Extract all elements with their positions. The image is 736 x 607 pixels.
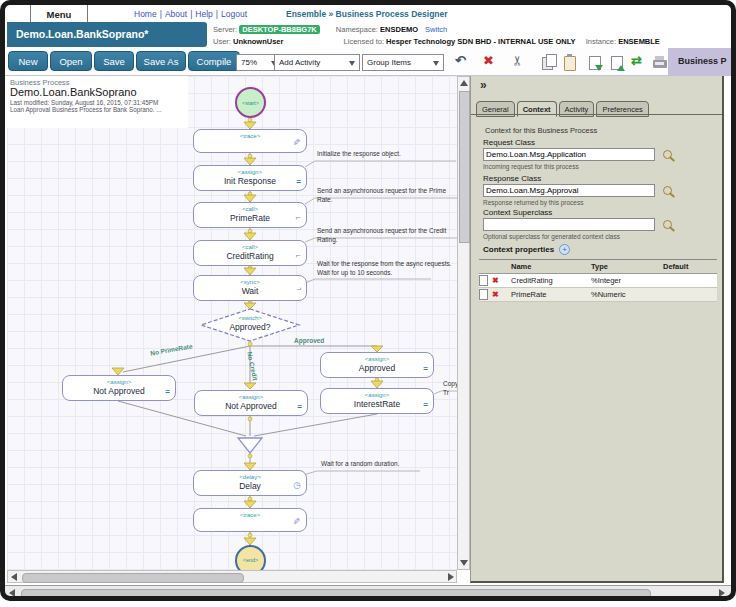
pencil-icon: ✎: [291, 517, 301, 525]
delete-property-icon[interactable]: ✖: [492, 290, 499, 299]
activity-name: Approved: [321, 363, 433, 374]
open-button[interactable]: Open: [50, 51, 92, 71]
h-scrollbar-thumb[interactable]: [22, 573, 244, 583]
link-separator: |: [160, 9, 162, 19]
save-as-button[interactable]: Save As: [136, 51, 186, 71]
scroll-up-icon[interactable]: [460, 80, 468, 86]
property-name: CreditRating: [511, 276, 591, 285]
activity-creditrating[interactable]: <call> CreditRating ⌐: [193, 240, 307, 266]
canvas-horizontal-scrollbar[interactable]: [7, 570, 457, 583]
delete-property-icon[interactable]: ✖: [492, 276, 499, 285]
response-class-lookup-icon[interactable]: [663, 186, 672, 195]
branch-label-approved: Approved: [294, 337, 324, 344]
property-name: PrimeRate: [511, 290, 591, 299]
collapse-panel-icon[interactable]: »: [480, 78, 487, 92]
toolbar: New Open Save Save As Compile 75% Add Ac…: [5, 48, 731, 76]
diagram-canvas[interactable]: Business Process Demo.Loan.BankSoprano L…: [7, 76, 457, 570]
activity-primerate[interactable]: <call> PrimeRate ⌐: [193, 202, 307, 228]
print-icon[interactable]: [653, 60, 667, 68]
page-scrollbar-thumb[interactable]: [21, 589, 651, 599]
menu-tab[interactable]: Menu: [30, 4, 88, 22]
activity-name: PrimeRate: [194, 213, 306, 224]
activity-tag: <call>: [194, 243, 306, 251]
property-type: %Numeric: [591, 290, 663, 299]
annotation-credit: Send an asynchronous request for the Cre…: [317, 227, 457, 244]
user-info-row: User: UnknownUser Licensed to: Hesper Te…: [213, 37, 660, 46]
scroll-left-icon[interactable]: [11, 573, 17, 581]
activity-init-response[interactable]: <assign> Init Response =: [193, 165, 307, 191]
link-about[interactable]: About: [165, 9, 187, 19]
scroll-down-icon[interactable]: [460, 560, 468, 566]
annotation-init: Initialize the response object.: [317, 150, 401, 159]
activity-name: Not Approved: [63, 386, 175, 397]
activity-tag: <switch>: [210, 315, 290, 321]
tab-business-process[interactable]: Business P: [668, 48, 731, 76]
pencil-icon: ✎: [291, 138, 301, 146]
table-row[interactable]: ✖ PrimeRate %Numeric: [479, 288, 717, 302]
header-default: Default: [663, 262, 717, 271]
add-property-icon[interactable]: +: [559, 244, 570, 255]
paste-icon[interactable]: [564, 56, 576, 71]
call-icon: ⌐: [296, 212, 301, 222]
table-row[interactable]: ✖ CreditRating %Integer: [479, 274, 717, 288]
context-superclass-lookup-icon[interactable]: [663, 220, 672, 229]
response-class-input[interactable]: [483, 184, 655, 197]
app-window: Menu Home|About|Help|Logout Ensemble » B…: [0, 0, 736, 607]
assign-icon: =: [297, 402, 302, 411]
activity-interestrate[interactable]: <assign> InterestRate =: [320, 388, 434, 414]
activity-wait[interactable]: <sync> Wait ⌐: [193, 275, 307, 301]
property-doc-icon[interactable]: [479, 275, 488, 286]
inspector-panel: » GeneralContextActivityPreferences Cont…: [470, 76, 724, 583]
activity-end[interactable]: <end>: [235, 545, 266, 570]
link-logout[interactable]: Logout: [221, 9, 247, 19]
activity-name: Delay: [194, 481, 306, 492]
undo-icon[interactable]: ↶: [455, 53, 466, 68]
activity-trace-1[interactable]: <trace> ✎: [193, 129, 307, 153]
new-button[interactable]: New: [8, 51, 48, 71]
canvas-description: Loan Approval Business Process for Bank …: [10, 106, 162, 113]
activity-not-approved-left[interactable]: <assign> Not Approved =: [62, 375, 176, 401]
activity-tag: <assign>: [195, 393, 307, 401]
context-properties-table: Name Type Default ✖ CreditRating %Intege…: [479, 259, 717, 302]
header-name: Name: [511, 262, 591, 271]
activity-switch-approved[interactable]: Approved?: [210, 322, 290, 332]
scroll-right-icon[interactable]: [448, 573, 454, 581]
group-items-select[interactable]: Group Items: [362, 54, 444, 71]
annotation-prime: Send an asynchronous request for the Pri…: [317, 187, 457, 204]
compile-button[interactable]: Compile: [188, 51, 240, 71]
licensed-label: Licensed to:: [344, 37, 384, 46]
link-help[interactable]: Help: [195, 9, 212, 19]
save-button[interactable]: Save: [94, 51, 134, 71]
scroll-right-icon[interactable]: [719, 589, 725, 597]
canvas-vertical-scrollbar[interactable]: [457, 76, 470, 570]
activity-start[interactable]: <start>: [235, 87, 266, 118]
link-home[interactable]: Home: [134, 9, 157, 19]
cut-icon[interactable]: ✂: [510, 55, 525, 66]
export-xml-icon[interactable]: [589, 56, 601, 70]
request-class-input[interactable]: [483, 148, 655, 161]
clock-icon: ◷: [293, 480, 301, 490]
import-xml-icon[interactable]: [611, 56, 623, 70]
activity-approved[interactable]: <assign> Approved =: [320, 352, 434, 378]
activity-not-approved-mid[interactable]: <assign> Not Approved =: [194, 390, 308, 416]
switch-link[interactable]: Switch: [425, 25, 447, 34]
tab-divider: [471, 114, 722, 115]
activity-delay[interactable]: <delay> Delay ◷: [193, 470, 307, 496]
context-properties-label: Context properties+: [483, 244, 570, 255]
context-superclass-input[interactable]: [483, 218, 655, 231]
activity-name: CreditRating: [194, 251, 306, 262]
property-doc-icon[interactable]: [479, 289, 488, 300]
annotation-interest: Copy Tr: [443, 380, 457, 397]
shuffle-icon[interactable]: ⇄: [631, 53, 642, 68]
page-horizontal-scrollbar[interactable]: [5, 585, 731, 599]
copy-icon[interactable]: [542, 57, 553, 70]
context-heading: Context for this Business Process: [485, 126, 597, 135]
breadcrumb: Ensemble » Business Process Designer: [286, 9, 448, 19]
request-class-lookup-icon[interactable]: [663, 150, 672, 159]
add-activity-select[interactable]: Add Activity: [274, 54, 360, 71]
delete-icon[interactable]: ✖: [483, 53, 494, 68]
scroll-left-icon[interactable]: [9, 589, 15, 597]
activity-trace-2[interactable]: <trace> ✎: [193, 508, 307, 532]
v-scrollbar-thumb[interactable]: [459, 91, 470, 243]
canvas-process-name: Demo.Loan.BankSoprano: [10, 86, 137, 98]
